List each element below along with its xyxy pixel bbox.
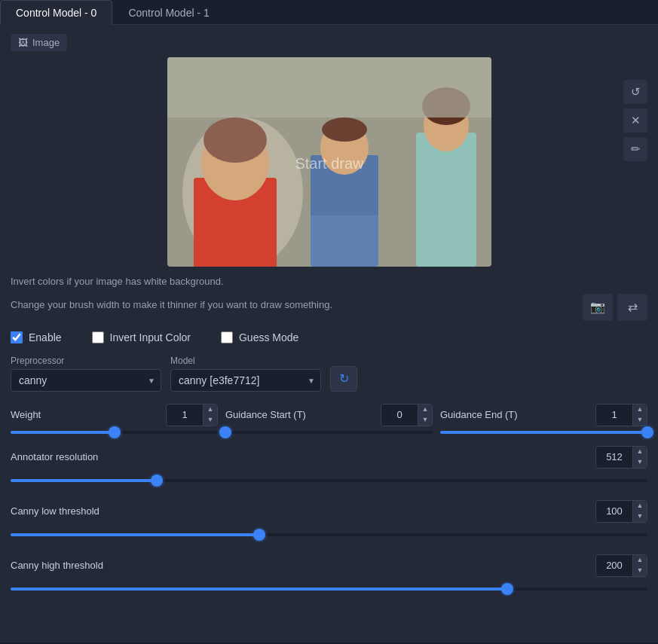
edit-image-button[interactable]: ✏	[623, 137, 647, 161]
guidance-end-slider-col: Guidance End (T) ▲ ▼	[440, 404, 647, 434]
guidance-end-up-button[interactable]: ▲	[633, 404, 647, 415]
svg-text:Start draw: Start draw	[295, 155, 364, 172]
guidance-end-slider-container	[440, 431, 647, 434]
pencil-icon: ✏	[631, 142, 641, 156]
canny-high-threshold-input-group: ▲ ▼	[595, 554, 647, 577]
hint-row: Invert colors if your image has white ba…	[11, 267, 647, 321]
weight-spinners: ▲ ▼	[203, 404, 217, 426]
annotator-resolution-row: Annotator resolution ▲ ▼	[11, 446, 647, 488]
guidance-start-label: Guidance Start (T)	[225, 409, 306, 420]
image-button-label: Image	[32, 37, 60, 48]
canny-high-threshold-label: Canny high threshold	[11, 560, 103, 571]
canny-high-threshold-slider-container	[11, 581, 647, 597]
svg-point-8	[322, 118, 367, 142]
canny-low-threshold-down-button[interactable]: ▼	[633, 511, 647, 522]
guidance-end-input[interactable]	[596, 406, 632, 423]
enable-checkbox-item[interactable]: Enable	[11, 331, 62, 343]
canny-high-threshold-input[interactable]	[596, 557, 632, 574]
reset-icon: ↺	[631, 85, 641, 99]
camera-button[interactable]: 📷	[583, 294, 613, 321]
canny-low-threshold-input-group: ▲ ▼	[595, 500, 647, 523]
weight-down-button[interactable]: ▼	[204, 415, 217, 426]
weight-header: Weight ▲ ▼	[11, 404, 218, 426]
tab-bar: Control Model - 0 Control Model - 1	[0, 0, 658, 25]
guidance-start-slider-container	[225, 431, 433, 434]
annotator-resolution-up-button[interactable]: ▲	[633, 447, 647, 457]
annotator-resolution-spinners: ▲ ▼	[632, 447, 647, 468]
weight-input[interactable]	[167, 406, 203, 423]
svg-point-4	[204, 118, 267, 163]
guidance-end-spinners: ▲ ▼	[632, 404, 647, 426]
guidance-end-down-button[interactable]: ▼	[633, 415, 647, 426]
preprocessor-select[interactable]: canny depth hed mlsd none	[11, 369, 161, 392]
guidance-start-input[interactable]	[381, 406, 418, 423]
main-panel: 🖼 Image	[0, 25, 658, 642]
weight-slider-container	[11, 431, 218, 434]
model-group: Model canny [e3fe7712] depth [...]	[170, 356, 321, 392]
hint-text: Invert colors if your image has white ba…	[11, 267, 332, 321]
invert-input-color-label: Invert Input Color	[110, 331, 191, 343]
canny-low-threshold-up-button[interactable]: ▲	[633, 501, 647, 511]
annotator-resolution-label: Annotator resolution	[11, 451, 98, 462]
image-icon: 🖼	[18, 37, 28, 48]
svg-rect-12	[167, 57, 491, 118]
canny-low-threshold-row: Canny low threshold ▲ ▼	[11, 500, 647, 542]
annotator-resolution-input-group: ▲ ▼	[595, 446, 647, 469]
image-label-button[interactable]: 🖼 Image	[11, 34, 67, 51]
refresh-model-button[interactable]: ↻	[330, 366, 357, 392]
preprocessor-label: Preprocessor	[11, 356, 161, 366]
guidance-end-header: Guidance End (T) ▲ ▼	[440, 404, 647, 426]
canny-low-threshold-spinners: ▲ ▼	[632, 501, 647, 522]
image-action-buttons: ↺ ✕ ✏	[623, 80, 647, 161]
guidance-start-input-group: ▲ ▼	[381, 404, 433, 426]
model-select[interactable]: canny [e3fe7712] depth [...]	[170, 369, 321, 392]
weight-up-button[interactable]: ▲	[204, 404, 217, 415]
weight-slider-col: Weight ▲ ▼	[11, 404, 218, 434]
guess-mode-label: Guess Mode	[239, 331, 298, 343]
guidance-end-label: Guidance End (T)	[440, 409, 518, 420]
canny-low-threshold-label: Canny low threshold	[11, 505, 99, 517]
controls-section: Enable Invert Input Color Guess Mode Pre…	[11, 331, 647, 597]
tab-control-model-0[interactable]: Control Model - 0	[0, 0, 112, 25]
canny-high-threshold-row: Canny high threshold ▲ ▼	[11, 554, 647, 597]
refresh-icon: ↻	[339, 371, 349, 386]
enable-checkbox[interactable]	[11, 331, 23, 343]
meme-image: Start draw	[167, 57, 491, 267]
weight-input-group: ▲ ▼	[166, 404, 218, 426]
canny-high-threshold-down-button[interactable]: ▼	[633, 566, 647, 576]
model-select-wrapper: canny [e3fe7712] depth [...]	[170, 369, 321, 392]
checkboxes-row: Enable Invert Input Color Guess Mode	[11, 331, 647, 343]
guidance-start-header: Guidance Start (T) ▲ ▼	[225, 404, 433, 426]
invert-input-color-checkbox[interactable]	[92, 331, 104, 343]
close-image-button[interactable]: ✕	[623, 108, 647, 133]
enable-label: Enable	[29, 331, 62, 343]
invert-input-color-checkbox-item[interactable]: Invert Input Color	[92, 331, 191, 343]
canny-high-threshold-up-button[interactable]: ▲	[633, 555, 647, 566]
model-label: Model	[170, 356, 321, 366]
guidance-start-up-button[interactable]: ▲	[418, 404, 432, 415]
reset-image-button[interactable]: ↺	[623, 80, 647, 104]
svg-rect-9	[416, 133, 476, 267]
annotator-resolution-input[interactable]	[596, 448, 632, 465]
preprocessor-select-wrapper: canny depth hed mlsd none	[11, 369, 161, 392]
image-section: Start draw ↺ ✕ ✏ Invert colors if your i…	[11, 57, 647, 321]
guidance-end-input-group: ▲ ▼	[595, 404, 647, 426]
canny-high-threshold-header: Canny high threshold ▲ ▼	[11, 554, 647, 577]
guidance-start-down-button[interactable]: ▼	[418, 415, 432, 426]
tab-control-model-1[interactable]: Control Model - 1	[112, 0, 225, 25]
swap-icon: ⇄	[628, 300, 638, 314]
camera-swap-buttons: 📷 ⇄	[583, 294, 647, 321]
guess-mode-checkbox-item[interactable]: Guess Mode	[221, 331, 298, 343]
close-icon: ✕	[631, 114, 641, 127]
guess-mode-checkbox[interactable]	[221, 331, 233, 343]
canny-low-threshold-input[interactable]	[596, 502, 632, 520]
swap-button[interactable]: ⇄	[617, 294, 647, 321]
annotator-resolution-down-button[interactable]: ▼	[633, 457, 647, 468]
canny-high-threshold-spinners: ▲ ▼	[632, 555, 647, 576]
image-canvas[interactable]: Start draw	[167, 57, 491, 267]
guidance-start-slider-col: Guidance Start (T) ▲ ▼	[225, 404, 433, 434]
select-row: Preprocessor canny depth hed mlsd none M…	[11, 356, 647, 392]
weight-label: Weight	[11, 409, 41, 420]
preprocessor-group: Preprocessor canny depth hed mlsd none	[11, 356, 161, 392]
annotator-resolution-slider-container	[11, 473, 647, 488]
